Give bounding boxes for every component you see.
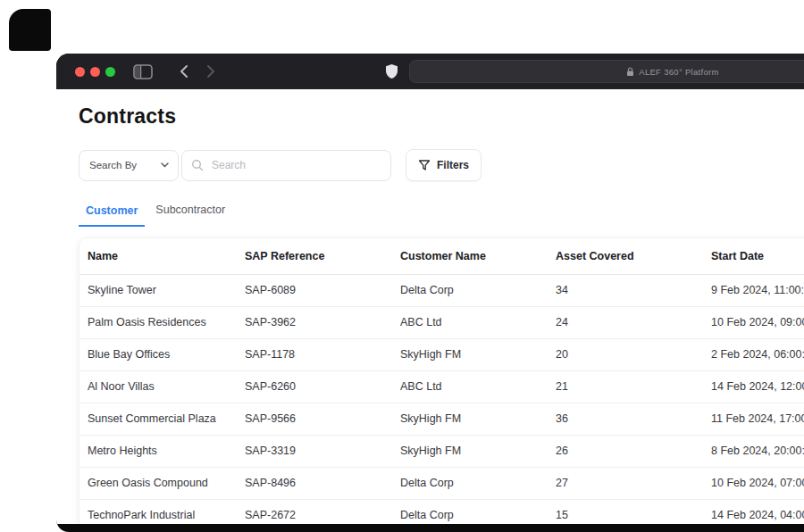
search-by-select[interactable]: Search By: [79, 150, 179, 181]
table-cell: 26: [548, 436, 703, 468]
filters-label: Filters: [437, 159, 469, 171]
table-cell: SkyHigh FM: [392, 339, 548, 371]
table-cell: 2 Feb 2024, 06:00:00: [703, 339, 804, 371]
table-row[interactable]: Blue Bay OfficesSAP-1178SkyHigh FM202 Fe…: [80, 339, 804, 371]
contracts-table: NameSAP ReferenceCustomer NameAsset Cove…: [80, 238, 804, 524]
table-row[interactable]: Sunset Commercial PlazaSAP-9566SkyHigh F…: [80, 403, 804, 436]
table-cell: SAP-8496: [237, 468, 392, 500]
table-cell: 14 Feb 2024, 04:00:00: [703, 500, 804, 525]
filters-button[interactable]: Filters: [406, 149, 482, 181]
table-cell: 10 Feb 2024, 09:00:00: [703, 307, 804, 339]
traffic-light-minimize[interactable]: [90, 67, 100, 77]
table-row[interactable]: Metro HeightsSAP-3319SkyHigh FM268 Feb 2…: [80, 436, 804, 468]
funnel-icon: [418, 159, 431, 171]
search-by-label: Search By: [89, 160, 137, 170]
table-cell: 10 Feb 2024, 07:00:00: [703, 468, 804, 500]
search-field: [181, 150, 391, 181]
table-header-row: NameSAP ReferenceCustomer NameAsset Cove…: [80, 238, 804, 275]
tab-subcontractor[interactable]: Subcontractor: [145, 204, 236, 227]
contracts-table-card: NameSAP ReferenceCustomer NameAsset Cove…: [79, 237, 804, 524]
table-cell: Delta Corp: [392, 275, 548, 307]
table-cell: 27: [548, 468, 703, 500]
table-cell: TechnoPark Industrial: [80, 500, 237, 525]
table-cell: 20: [548, 339, 703, 371]
search-input[interactable]: [210, 158, 381, 172]
table-cell: Green Oasis Compound: [80, 468, 237, 500]
table-cell: SkyHigh FM: [392, 403, 548, 436]
table-cell: Blue Bay Offices: [80, 339, 237, 371]
column-header: Asset Covered: [548, 238, 703, 275]
toolbar: Search By: [79, 149, 804, 181]
table-cell: 9 Feb 2024, 11:00:00: [703, 275, 804, 307]
table-cell: Metro Heights: [80, 436, 237, 468]
table-cell: SAP-2672: [237, 500, 392, 525]
table-cell: 11 Feb 2024, 17:00:00: [703, 403, 804, 436]
traffic-light-zoom[interactable]: [105, 67, 115, 77]
page-content: Contracts Search By: [56, 89, 804, 524]
table-cell: 15: [548, 500, 703, 525]
table-cell: 36: [548, 403, 703, 436]
tab-customer[interactable]: Customer: [79, 204, 145, 227]
address-bar-url: ALEF 360° Platform: [639, 67, 718, 77]
search-icon: [191, 159, 204, 171]
table-cell: SkyHigh FM: [392, 436, 548, 468]
table-cell: 34: [548, 275, 703, 307]
table-row[interactable]: Skyline TowerSAP-6089Delta Corp349 Feb 2…: [80, 275, 804, 307]
table-cell: SAP-1178: [237, 339, 392, 371]
browser-window: ALEF 360° Platform Contracts Search By: [56, 54, 804, 532]
table-cell: SAP-6089: [237, 275, 392, 307]
offset-card-decoration: [9, 9, 51, 51]
traffic-light-close[interactable]: [75, 67, 85, 77]
table-cell: 14 Feb 2024, 12:00:00: [703, 371, 804, 403]
table-cell: Skyline Tower: [80, 275, 237, 307]
address-bar[interactable]: ALEF 360° Platform: [409, 60, 804, 83]
page-title: Contracts: [79, 89, 804, 129]
chevron-down-icon: [161, 162, 169, 168]
table-cell: ABC Ltd: [392, 307, 548, 339]
column-header: Name: [80, 238, 237, 275]
table-cell: 21: [548, 371, 703, 403]
table-cell: 24: [548, 307, 703, 339]
table-row[interactable]: Green Oasis CompoundSAP-8496Delta Corp27…: [80, 468, 804, 500]
forward-button[interactable]: [206, 64, 215, 79]
table-cell: Palm Oasis Residences: [80, 307, 237, 339]
tab-bar: Customer Subcontractor: [79, 204, 804, 227]
table-cell: 8 Feb 2024, 20:00:00: [703, 436, 804, 468]
back-button[interactable]: [180, 64, 188, 79]
table-cell: SAP-6260: [237, 371, 392, 403]
table-cell: SAP-3962: [237, 307, 392, 339]
table-row[interactable]: Palm Oasis ResidencesSAP-3962ABC Ltd2410…: [80, 307, 804, 339]
table-body: Skyline TowerSAP-6089Delta Corp349 Feb 2…: [80, 275, 804, 525]
table-cell: ABC Ltd: [392, 371, 548, 403]
column-header: SAP Reference: [237, 238, 392, 275]
lock-icon: [626, 67, 634, 77]
table-cell: Delta Corp: [392, 500, 548, 525]
sidebar-toggle-icon[interactable]: [133, 64, 153, 79]
table-row[interactable]: Al Noor VillasSAP-6260ABC Ltd2114 Feb 20…: [80, 371, 804, 403]
column-header: Customer Name: [392, 238, 548, 275]
column-header: Start Date: [703, 238, 804, 275]
table-cell: Al Noor Villas: [80, 371, 237, 403]
table-cell: Delta Corp: [392, 468, 548, 500]
shield-icon[interactable]: [385, 63, 398, 79]
browser-titlebar: ALEF 360° Platform: [56, 54, 804, 89]
table-cell: SAP-9566: [237, 403, 392, 436]
table-cell: SAP-3319: [237, 436, 392, 468]
desktop: { "browser": { "url_label": "ALEF 360° P…: [0, 0, 804, 532]
table-cell: Sunset Commercial Plaza: [80, 403, 237, 436]
table-row[interactable]: TechnoPark IndustrialSAP-2672Delta Corp1…: [80, 500, 804, 525]
